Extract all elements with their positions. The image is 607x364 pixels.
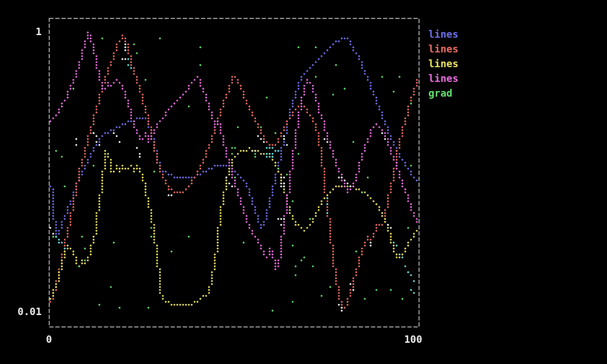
- legend-item-3-lines: lines: [428, 71, 458, 86]
- legend-item-1-lines: lines: [428, 42, 458, 56]
- x-axis-tick-left: 0: [36, 334, 62, 345]
- y-axis-tick-bottom: 0.01: [0, 306, 42, 317]
- legend-item-0-lines: lines: [428, 27, 458, 42]
- terminal-plot-window: 1 0.01 0 100 lineslineslineslinesgrad: [0, 0, 607, 364]
- legend-item-4-grad: grad: [428, 86, 458, 101]
- legend: lineslineslineslinesgrad: [428, 27, 458, 101]
- legend-item-2-lines: lines: [428, 56, 458, 71]
- plot-canvas: [0, 0, 607, 364]
- x-axis-tick-right: 100: [400, 334, 426, 345]
- y-axis-tick-top: 1: [0, 26, 42, 37]
